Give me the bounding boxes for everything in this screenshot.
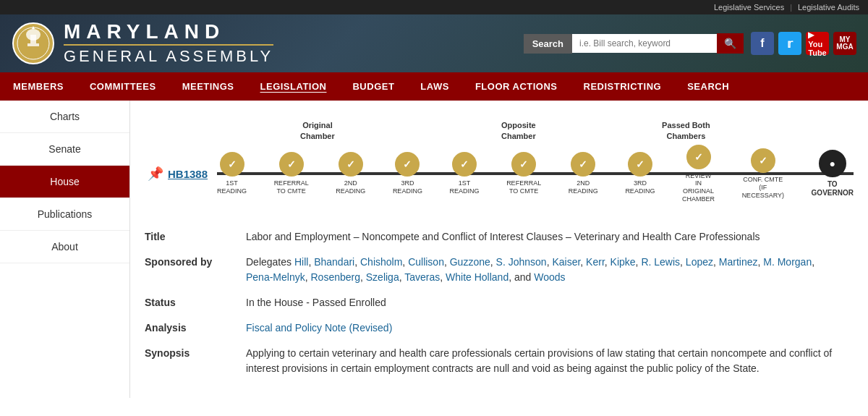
node-circle-2: ✓ [279, 152, 304, 177]
node-label-9: REVIEW INORIGINAL CHAMBER [682, 172, 715, 203]
sponsor-cullison[interactable]: Cullison [408, 256, 444, 268]
sidebar-item-senate[interactable]: Senate [0, 133, 129, 166]
sidebar: Charts Senate House Publications About [0, 101, 130, 398]
node-label-final: TO GOVERNOR [812, 180, 854, 198]
facebook-icon[interactable]: f [751, 32, 774, 55]
node-to-governor: ● TO GOVERNOR [812, 150, 854, 198]
nav-redistricting[interactable]: REDISTRICTING [571, 72, 675, 101]
nav-meetings[interactable]: MEETINGS [169, 72, 247, 101]
sponsor-guzzone[interactable]: Guzzone [450, 256, 490, 268]
sidebar-item-publications[interactable]: Publications [0, 198, 129, 231]
status-value: In the House - Passed Enrolled [246, 295, 854, 310]
content-area: Charts Senate House Publications About O… [0, 101, 868, 398]
sponsor-hill[interactable]: Hill [294, 256, 308, 268]
node-circle-4: ✓ [395, 152, 420, 177]
svg-rect-4 [27, 43, 39, 46]
sponsor-taveras[interactable]: Taveras [404, 271, 440, 283]
sidebar-item-charts[interactable]: Charts [0, 101, 129, 133]
node-review-orig: ✓ REVIEW INORIGINAL CHAMBER [682, 145, 715, 203]
original-chamber-label: OriginalChamber [300, 121, 335, 140]
nav-laws[interactable]: LAWS [407, 72, 462, 101]
legislative-audits-link[interactable]: Legislative Audits [798, 3, 859, 12]
node-conf-cmte: ✓ CONF. CMTE(IF NECESSARY) [742, 148, 784, 199]
sponsor-szeliga[interactable]: Szeliga [366, 271, 399, 283]
header-left: MARYLAND GENERAL ASSEMBLY [12, 21, 273, 67]
sponsor-kipke[interactable]: Kipke [610, 256, 636, 268]
sponsor-m-morgan[interactable]: M. Morgan [763, 256, 812, 268]
search-input[interactable] [572, 34, 717, 53]
sponsor-bhandari[interactable]: Bhandari [314, 256, 354, 268]
svg-rect-3 [30, 35, 36, 43]
node-2nd-reading-orig: ✓ 2NDREADING [336, 152, 365, 195]
main-nav: MEMBERS COMMITTEES MEETINGS LEGISLATION … [0, 72, 868, 101]
youtube-icon[interactable]: ▶YouTube [806, 32, 829, 55]
node-label-5: 1STREADING [450, 179, 480, 195]
node-1st-reading-orig: ✓ 1STREADING [217, 152, 247, 195]
sidebar-item-about[interactable]: About [0, 231, 129, 263]
sponsor-kaiser[interactable]: Kaiser [552, 256, 580, 268]
nav-committees[interactable]: COMMITTEES [77, 72, 169, 101]
sponsor-pena-melnyk[interactable]: Pena-Melnyk [246, 271, 305, 283]
timeline-container: OriginalChamber OppositeChamber Passed B… [145, 112, 854, 218]
sponsored-label: Sponsored by [145, 255, 246, 268]
node-circle-6: ✓ [511, 152, 536, 177]
sponsor-lopez[interactable]: Lopez [686, 256, 713, 268]
sponsor-martinez[interactable]: Martinez [719, 256, 758, 268]
header-right: Search 🔍 f 𝕣 ▶YouTube MYMGA [524, 32, 856, 55]
top-bar: Legislative Services | Legislative Audit… [0, 0, 868, 14]
legislative-services-link[interactable]: Legislative Services [714, 3, 784, 12]
sponsor-woods[interactable]: Woods [534, 271, 565, 283]
passed-both-chambers-label: Passed BothChambers [662, 121, 710, 140]
sidebar-item-house[interactable]: House [0, 166, 129, 198]
twitter-icon[interactable]: 𝕣 [778, 32, 801, 55]
node-label-6: REFERRALTO CMTE [506, 179, 541, 195]
search-button[interactable]: 🔍 [717, 33, 744, 54]
synopsis-value: Applying to certain veterinary and healt… [246, 346, 854, 376]
sponsor-kerr[interactable]: Kerr [586, 256, 605, 268]
node-circle-5: ✓ [452, 152, 477, 177]
node-circle-3: ✓ [339, 152, 363, 177]
nav-search[interactable]: SEARCH [674, 72, 742, 101]
node-label-4: 3RDREADING [393, 179, 422, 195]
search-label: Search [524, 34, 572, 54]
node-label-8: 3RDREADING [625, 179, 655, 195]
analysis-link[interactable]: Fiscal and Policy Note (Revised) [246, 322, 392, 334]
site-header: MARYLAND GENERAL ASSEMBLY Search 🔍 f 𝕣 ▶… [0, 14, 868, 72]
sponsor-s-johnson[interactable]: S. Johnson [496, 256, 547, 268]
node-3rd-reading-opp: ✓ 3RDREADING [625, 152, 655, 195]
node-circle-final: ● [819, 150, 846, 177]
node-label-2: REFERRALTO CMTE [274, 179, 309, 195]
title-label: Title [145, 229, 246, 242]
nav-legislation[interactable]: LEGISLATION [247, 72, 340, 101]
node-referral-opp: ✓ REFERRALTO CMTE [506, 152, 541, 195]
node-circle-9: ✓ [686, 145, 711, 169]
sponsored-value: Delegates Hill, Bhandari, Chisholm, Cull… [246, 255, 854, 285]
node-circle-1: ✓ [220, 152, 244, 177]
title-row: Title Labor and Employment – Noncompete … [145, 229, 854, 245]
node-2nd-reading-opp: ✓ 2NDREADING [569, 152, 598, 195]
analysis-label: Analysis [145, 321, 246, 334]
node-label-10: CONF. CMTE(IF NECESSARY) [742, 176, 784, 199]
analysis-row: Analysis Fiscal and Policy Note (Revised… [145, 321, 854, 336]
nav-budget[interactable]: BUDGET [339, 72, 407, 101]
synopsis-row: Synopsis Applying to certain veterinary … [145, 346, 854, 376]
bill-info: Title Labor and Employment – Noncompete … [145, 229, 854, 376]
node-1st-reading-opp: ✓ 1STREADING [450, 152, 480, 195]
status-row: Status In the House - Passed Enrolled [145, 295, 854, 310]
node-circle-8: ✓ [628, 152, 652, 177]
title-value: Labor and Employment – Noncompete and Co… [246, 229, 854, 245]
sponsor-r-lewis[interactable]: R. Lewis [641, 256, 680, 268]
nav-members[interactable]: MEMBERS [0, 72, 77, 101]
social-icons: f 𝕣 ▶YouTube MYMGA [751, 32, 856, 55]
node-label-3: 2NDREADING [336, 179, 365, 195]
sponsor-rosenberg[interactable]: Rosenberg [310, 271, 360, 283]
nav-floor-actions[interactable]: FLOOR ACTIONS [462, 72, 571, 101]
pin-icon: 📌 [148, 166, 163, 182]
bill-label[interactable]: HB1388 [168, 168, 208, 180]
timeline-track: ✓ 1STREADING ✓ REFERRALTO CMTE ✓ [217, 145, 854, 203]
sponsor-chisholm[interactable]: Chisholm [360, 256, 402, 268]
status-label: Status [145, 295, 246, 308]
mga-icon[interactable]: MYMGA [833, 32, 856, 55]
node-circle-10: ✓ [751, 148, 775, 173]
sponsor-white-holland[interactable]: White Holland [446, 271, 509, 283]
